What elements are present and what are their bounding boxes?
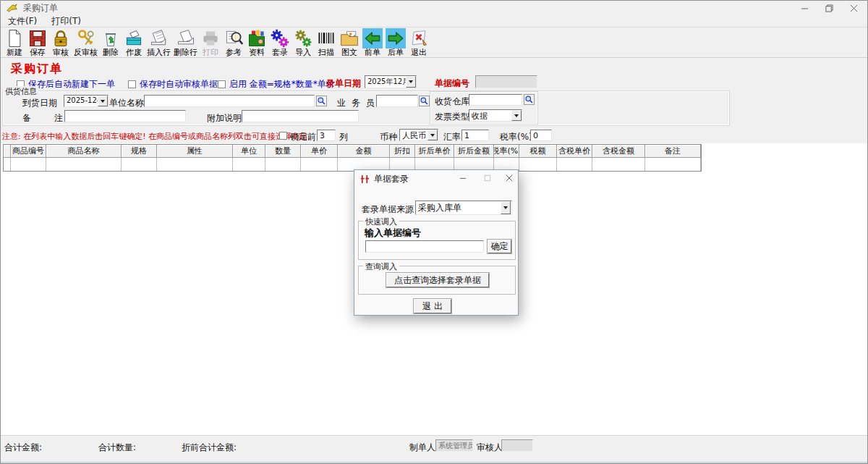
column-header-price[interactable]: 单价 xyxy=(301,145,338,158)
input-doc-no-heading: 输入单据编号 xyxy=(365,227,421,240)
close-icon[interactable] xyxy=(841,1,866,15)
source-combo[interactable]: 采购入库单 xyxy=(415,201,512,215)
currency-label: 币种 xyxy=(380,131,397,143)
data-folder-icon xyxy=(247,28,267,48)
column-header-quantity[interactable]: 数量 xyxy=(265,145,301,158)
toolbar-button-reference[interactable]: 参考 xyxy=(222,28,245,58)
quick-load-legend: 快速调入 xyxy=(363,216,399,227)
source-dropdown-icon[interactable] xyxy=(501,201,511,214)
unit-name-input[interactable] xyxy=(144,95,315,107)
toolbar: 新建 保存 审核 反审核 删除 作废 插入行 删除行 打印 参考 资料 套录 导… xyxy=(1,28,867,58)
exit-button[interactable]: 退 出 xyxy=(414,299,451,313)
table-cell[interactable] xyxy=(519,158,557,171)
toolbar-button-delete-row[interactable]: 删除行 xyxy=(172,28,199,58)
table-cell[interactable] xyxy=(301,158,338,171)
salesman-lookup-icon[interactable] xyxy=(419,96,430,106)
toolbar-button-data[interactable]: 资料 xyxy=(245,28,268,58)
lock-columns-input[interactable]: 3 xyxy=(317,130,336,141)
toolbar-button-exit[interactable]: 退出 xyxy=(407,28,430,58)
arrival-date-dropdown-icon[interactable] xyxy=(98,96,108,106)
tax-rate-input[interactable]: 0 xyxy=(530,130,552,141)
minimize-icon[interactable] xyxy=(792,1,817,15)
table-cell[interactable] xyxy=(46,158,122,171)
extra-note-label: 附加说明 xyxy=(207,112,242,125)
app-icon xyxy=(7,3,17,14)
keys-icon xyxy=(76,28,96,48)
query-select-button[interactable]: 点击查询选择套录单据 xyxy=(386,273,489,287)
menu-print[interactable]: 打印(T) xyxy=(44,15,88,28)
lock-columns-checkbox[interactable] xyxy=(279,132,287,140)
toolbar-button-previous[interactable]: 前单 xyxy=(361,28,384,58)
remark-input[interactable] xyxy=(64,110,186,122)
record-date-label: 录单日期 xyxy=(326,77,361,90)
column-header-discount[interactable]: 折扣 xyxy=(390,145,415,158)
toolbar-button-new[interactable]: 新建 xyxy=(3,28,26,58)
table-row xyxy=(4,158,701,171)
column-header-selector[interactable] xyxy=(4,145,11,158)
table-cell[interactable] xyxy=(645,158,701,171)
table-cell[interactable] xyxy=(233,158,265,171)
column-header-discounted-price[interactable]: 折后单价 xyxy=(415,145,454,158)
column-header-tax-amount[interactable]: 税额 xyxy=(519,145,557,158)
remark-label: 备 注 xyxy=(22,112,63,125)
total-amount-label: 合计金额: xyxy=(4,442,42,454)
enable-formula-checkbox[interactable] xyxy=(218,80,226,88)
footer-bar: 合计金额: 合计数量: 折前合计金额: 制单人 系统管理员 审核人 xyxy=(1,435,867,462)
magnifier-document-icon xyxy=(224,28,244,48)
column-header-taxed-amount[interactable]: 含税金额 xyxy=(592,145,645,158)
toolbar-button-save[interactable]: 保存 xyxy=(26,28,49,58)
toolbar-button-audit[interactable]: 审核 xyxy=(49,28,72,58)
restore-icon[interactable] xyxy=(817,1,841,15)
extra-note-input[interactable] xyxy=(242,110,359,122)
dialog-close-icon[interactable] xyxy=(501,172,518,185)
supplier-info-legend: 供货信息 xyxy=(4,86,38,97)
toolbar-button-unaudit[interactable]: 反审核 xyxy=(72,28,99,58)
column-header-taxed-price[interactable]: 含税单价 xyxy=(557,145,592,158)
save-floppy-icon xyxy=(27,28,48,48)
column-header-tax-rate[interactable]: 税率(%) xyxy=(494,145,519,158)
menu-file[interactable]: 文件(F) xyxy=(1,15,44,28)
column-header-unit[interactable]: 单位 xyxy=(233,145,265,158)
pre-discount-total-label: 折前合计金额: xyxy=(182,442,237,454)
column-header-product-code[interactable]: 商品编号 xyxy=(11,145,46,158)
salesman-input[interactable] xyxy=(376,95,418,107)
unit-name-lookup-icon[interactable] xyxy=(316,96,327,106)
warehouse-input[interactable] xyxy=(469,94,522,106)
column-header-amount[interactable]: 金额 xyxy=(338,145,390,158)
column-header-attribute[interactable]: 属性 xyxy=(157,145,233,158)
toolbar-button-image-text[interactable]: 图文 xyxy=(338,28,361,58)
toolbar-button-void[interactable]: 作废 xyxy=(122,28,145,58)
confirm-button[interactable]: 确定 xyxy=(488,240,511,253)
toolbar-button-next[interactable]: 后单 xyxy=(384,28,407,58)
table-cell[interactable] xyxy=(265,158,301,171)
column-header-discounted-amount[interactable]: 折后金额 xyxy=(454,145,494,158)
notice-text: 注意: 在列表中输入数据后击回车键确定! 在商品编号或商品名称列双击可直接选择商… xyxy=(2,131,315,142)
toolbar-button-import[interactable]: 导入 xyxy=(292,28,315,58)
auto-audit-checkbox-label: 保存时自动审核单据 xyxy=(140,78,218,90)
table-cell[interactable] xyxy=(11,158,46,171)
table-cell[interactable] xyxy=(122,158,157,171)
exit-icon xyxy=(409,28,429,48)
doc-no-entry-input[interactable] xyxy=(365,240,484,253)
warehouse-lookup-icon[interactable] xyxy=(524,94,535,105)
invoice-type-dropdown-icon[interactable] xyxy=(511,110,522,121)
exchange-rate-label: 汇率 xyxy=(443,131,461,143)
toolbar-button-insert-row[interactable]: 插入行 xyxy=(145,28,172,58)
dialog-minimize-icon[interactable] xyxy=(454,172,472,185)
toolbar-button-delete[interactable]: 删除 xyxy=(99,28,122,58)
salesman-label: 业 务 员 xyxy=(337,97,375,109)
auto-audit-checkbox[interactable] xyxy=(128,80,136,88)
currency-dropdown-icon[interactable] xyxy=(427,130,438,140)
table-cell[interactable] xyxy=(4,158,11,171)
column-header-product-name[interactable]: 商品名称 xyxy=(46,145,122,158)
table-cell[interactable] xyxy=(592,158,645,171)
column-header-note[interactable]: 备注 xyxy=(645,145,701,158)
column-header-spec[interactable]: 规格 xyxy=(122,145,157,158)
table-cell[interactable] xyxy=(157,158,233,171)
record-date-dropdown-icon[interactable] xyxy=(406,76,416,88)
exchange-rate-input[interactable]: 1 xyxy=(461,130,489,141)
toolbar-button-scan[interactable]: 扫描 xyxy=(315,28,338,58)
table-cell[interactable] xyxy=(557,158,592,171)
toolbar-button-template[interactable]: 套录 xyxy=(268,28,292,58)
delete-row-icon xyxy=(176,28,196,48)
